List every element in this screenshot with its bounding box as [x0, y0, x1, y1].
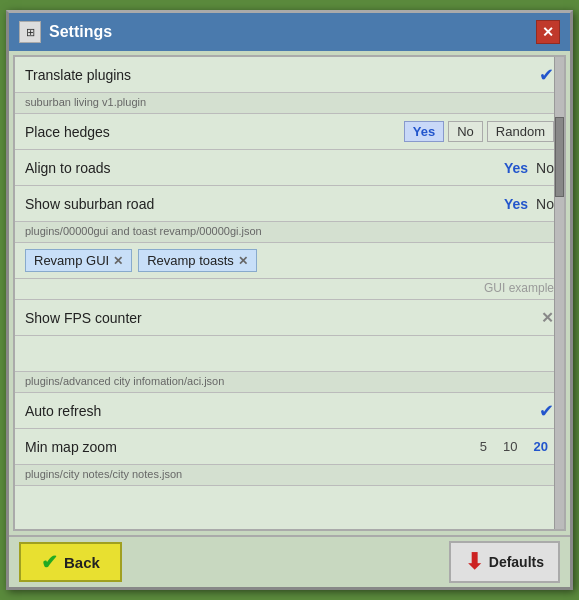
show-suburban-no[interactable]: No — [536, 196, 554, 212]
align-roads-yes[interactable]: Yes — [504, 160, 528, 176]
translate-plugins-check[interactable]: ✔ — [539, 64, 554, 86]
zoom-20[interactable]: 20 — [528, 437, 554, 456]
min-map-zoom-label: Min map zoom — [25, 439, 470, 455]
revamp-gui-tag[interactable]: Revamp GUI ✕ — [25, 249, 132, 272]
translate-plugins-row: Translate plugins ✔ — [15, 57, 564, 93]
defaults-button[interactable]: ⬇ Defaults — [449, 541, 560, 583]
title-bar: ⊞ Settings ✕ — [9, 13, 570, 51]
show-fps-remove[interactable]: ✕ — [541, 309, 554, 327]
show-fps-row: Show FPS counter ✕ — [15, 300, 564, 336]
footer: ✔ Back ⬇ Defaults — [9, 535, 570, 587]
back-label: Back — [64, 554, 100, 571]
settings-content: Translate plugins ✔ suburban living v1.p… — [13, 55, 566, 531]
scrollbar-thumb[interactable] — [555, 117, 564, 197]
align-roads-row: Align to roads Yes No — [15, 150, 564, 186]
revamp-gui-remove[interactable]: ✕ — [113, 254, 123, 268]
translate-plugins-subtext: suburban living v1.plugin — [15, 93, 564, 114]
place-hedges-no[interactable]: No — [448, 121, 483, 142]
tags-container: Revamp GUI ✕ Revamp toasts ✕ — [15, 243, 564, 279]
show-suburban-label: Show suburban road — [25, 196, 504, 212]
back-button[interactable]: ✔ Back — [19, 542, 122, 582]
align-roads-label: Align to roads — [25, 160, 504, 176]
revamp-toasts-label: Revamp toasts — [147, 253, 234, 268]
close-button[interactable]: ✕ — [536, 20, 560, 44]
gui-path-subtext: plugins/00000gui and toast revamp/00000g… — [15, 222, 564, 243]
revamp-gui-label: Revamp GUI — [34, 253, 109, 268]
translate-plugins-label: Translate plugins — [25, 67, 539, 83]
back-check-icon: ✔ — [41, 550, 58, 574]
auto-refresh-check[interactable]: ✔ — [539, 400, 554, 422]
place-hedges-label: Place hedges — [25, 124, 400, 140]
city-notes-subtext: plugins/city notes/city notes.json — [15, 465, 564, 486]
aci-path-subtext: plugins/advanced city infomation/aci.jso… — [15, 372, 564, 393]
defaults-arrow-icon: ⬇ — [465, 549, 483, 575]
show-suburban-yes[interactable]: Yes — [504, 196, 528, 212]
zoom-10[interactable]: 10 — [497, 437, 523, 456]
empty-row — [15, 336, 564, 372]
auto-refresh-row: Auto refresh ✔ — [15, 393, 564, 429]
scrollbar[interactable] — [554, 57, 564, 529]
show-fps-label: Show FPS counter — [25, 310, 541, 326]
auto-refresh-label: Auto refresh — [25, 403, 539, 419]
revamp-toasts-remove[interactable]: ✕ — [238, 254, 248, 268]
defaults-label: Defaults — [489, 554, 544, 570]
place-hedges-yes[interactable]: Yes — [404, 121, 444, 142]
revamp-toasts-tag[interactable]: Revamp toasts ✕ — [138, 249, 257, 272]
min-map-zoom-row: Min map zoom 5 10 20 — [15, 429, 564, 465]
align-roads-no[interactable]: No — [536, 160, 554, 176]
window-icon: ⊞ — [19, 21, 41, 43]
window-title: Settings — [49, 23, 528, 41]
show-suburban-row: Show suburban road Yes No — [15, 186, 564, 222]
place-hedges-random[interactable]: Random — [487, 121, 554, 142]
settings-window: ⊞ Settings ✕ Translate plugins ✔ suburba… — [6, 10, 573, 590]
place-hedges-row: Place hedges Yes No Random — [15, 114, 564, 150]
gui-example-text: GUI example — [15, 279, 564, 300]
zoom-5[interactable]: 5 — [474, 437, 493, 456]
